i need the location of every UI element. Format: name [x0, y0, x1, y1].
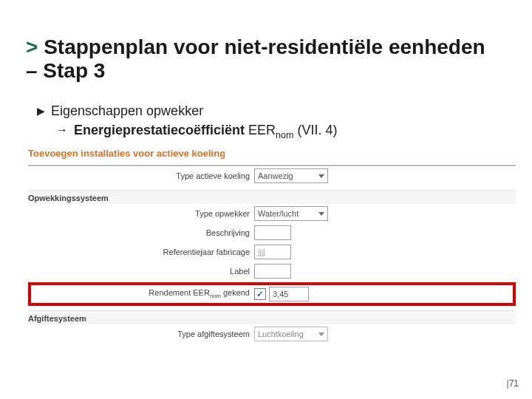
bullet1-marker-icon: ▶: [37, 102, 45, 120]
row-rendement: Rendement EERnom gekend 3,45: [34, 287, 510, 301]
bullet2-arrow-icon: →: [56, 121, 68, 139]
title-text: Stappenplan voor niet-residentiële eenhe…: [26, 35, 485, 82]
row-type-opwekker: Type opwekker Water/lucht: [28, 204, 516, 223]
label-refjaar: Referentiejaar fabricage: [28, 248, 254, 256]
row-refjaar: Referentiejaar fabricage jjjj: [28, 242, 516, 262]
label-rendement-pre: Rendement EER: [149, 288, 210, 297]
label-label: Label: [28, 267, 254, 276]
input-beschrijving[interactable]: [254, 225, 291, 240]
chevron-down-icon: [318, 212, 324, 216]
slide-title: > Stappenplan voor niet-residentiële een…: [26, 35, 499, 83]
row-beschrijving: Beschrijving: [28, 223, 516, 242]
select-type-opwekker[interactable]: Water/lucht: [254, 206, 328, 221]
input-label[interactable]: [254, 264, 291, 279]
row-type-afgifte: Type afgiftesysteem Luchtkoeling: [28, 324, 516, 344]
label-beschrijving: Beschrijving: [28, 228, 254, 237]
select-type-afgifte-value: Luchtkoeling: [258, 327, 304, 341]
bullet2-rest: EER: [245, 123, 276, 137]
select-type-active-value: Aanwezig: [258, 169, 293, 183]
label-rendement-sub: nom: [210, 293, 221, 300]
checkbox-rendement-gekend[interactable]: [254, 288, 266, 300]
bullet2-sub: nom: [276, 130, 294, 140]
page-number: |71: [507, 378, 519, 389]
title-chevron: >: [26, 35, 38, 58]
label-rendement: Rendement EERnom gekend: [34, 288, 254, 299]
row-label: Label: [28, 262, 516, 281]
bullet2-tail: (VII. 4): [294, 123, 338, 137]
section-afgifte: Afgiftesysteem: [28, 310, 516, 324]
chevron-down-icon: [318, 174, 324, 178]
form-panel: Type actieve koeling Aanwezig Opwekkings…: [28, 165, 516, 344]
form-heading: Toevoegen installaties voor actieve koel…: [28, 148, 516, 159]
input-rendement-value[interactable]: 3,45: [269, 287, 309, 301]
section-opwekking: Opwekkingssysteem: [28, 190, 516, 204]
bullet-list: ▶ Eigenschappen opwekker → Energiepresta…: [37, 102, 338, 142]
select-type-afgifte[interactable]: Luchtkoeling: [254, 327, 328, 341]
form-screenshot: Toevoegen installaties voor actieve koel…: [28, 148, 516, 344]
bullet1-text: Eigenschappen opwekker: [51, 102, 203, 120]
bullet2-text: Energieprestatiecoëfficiënt EERnom (VII.…: [74, 121, 338, 142]
label-type-afgifte: Type afgiftesysteem: [28, 330, 254, 338]
row-type-active: Type actieve koeling Aanwezig: [28, 166, 516, 185]
label-rendement-post: gekend: [221, 288, 250, 297]
bullet-level1: ▶ Eigenschappen opwekker: [37, 102, 338, 120]
label-type-active: Type actieve koeling: [28, 171, 254, 180]
chevron-down-icon: [318, 332, 324, 336]
input-refjaar[interactable]: jjjj: [254, 245, 291, 259]
select-type-active[interactable]: Aanwezig: [254, 168, 328, 183]
bullet-level2: → Energieprestatiecoëfficiënt EERnom (VI…: [56, 121, 338, 142]
highlight-rendement: Rendement EERnom gekend 3,45: [28, 282, 516, 306]
label-type-opwekker: Type opwekker: [28, 209, 254, 218]
bullet2-strong: Energieprestatiecoëfficiënt: [74, 123, 245, 137]
select-type-opwekker-value: Water/lucht: [258, 207, 299, 220]
